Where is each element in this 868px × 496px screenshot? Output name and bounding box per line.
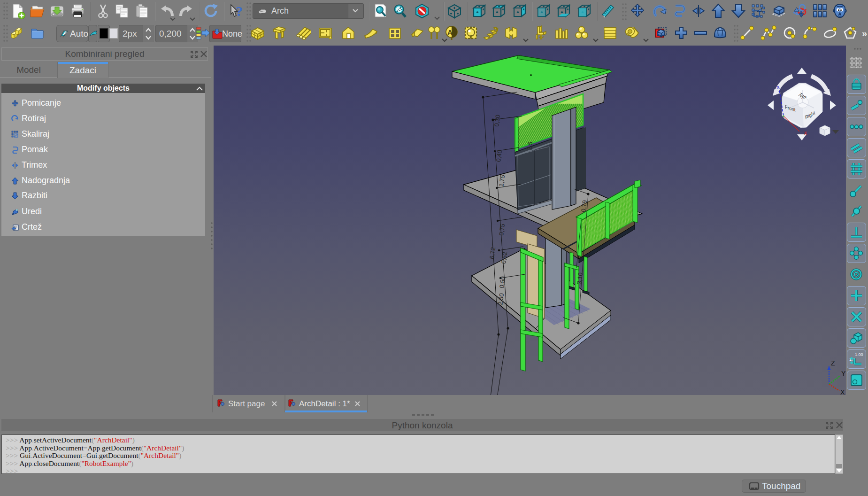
svg-text:A: A	[447, 28, 453, 36]
svg-text:Z: Z	[831, 359, 835, 367]
svg-text:1.00: 1.00	[855, 352, 863, 357]
svg-text:z: z	[776, 85, 779, 90]
svg-text:6,72: 6,72	[488, 247, 497, 259]
svg-text:0,30: 0,30	[493, 114, 501, 127]
svg-text:1,75: 1,75	[498, 174, 506, 187]
svg-text:0,75: 0,75	[498, 223, 506, 236]
svg-text:x: x	[804, 130, 807, 136]
svg-text:0,40: 0,40	[495, 149, 503, 162]
svg-text:X: X	[840, 388, 845, 395]
svg-text:0,50: 0,50	[498, 276, 507, 288]
svg-text:0,52: 0,52	[500, 251, 508, 264]
svg-text:2,50: 2,50	[497, 293, 505, 305]
svg-text:0,79: 0,79	[580, 200, 588, 212]
svg-text:Y: Y	[841, 370, 846, 377]
svg-text:2,5: 2,5	[526, 141, 534, 151]
svg-text:3,10: 3,10	[576, 272, 584, 285]
